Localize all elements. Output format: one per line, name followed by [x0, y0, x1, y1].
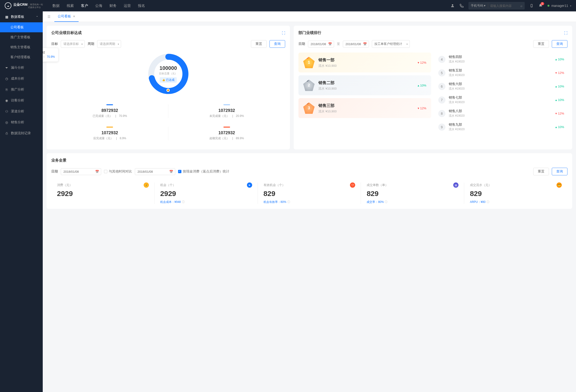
sidebar-icon: ⎙	[5, 131, 8, 135]
dashboard-icon: ▦	[5, 15, 8, 19]
topnav-item-5[interactable]: 运营	[124, 3, 131, 8]
goal-metric-0: 8972932已完成量（元） | 70.9%	[51, 100, 168, 122]
achieved-badge: 👍已达成	[160, 77, 177, 83]
tabs-bar: ☰ 公司看板 ✕	[43, 11, 576, 22]
svg-point-0	[452, 4, 453, 6]
overview-date2-input[interactable]: 2018/01/08📅	[135, 168, 175, 175]
person-icon[interactable]	[450, 3, 455, 8]
sidebar-sub-1[interactable]: 推广主管看板	[0, 32, 43, 42]
reset-button[interactable]: 重置	[251, 40, 267, 48]
goal-title: 公司业绩目标达成	[51, 30, 82, 35]
sidebar-sub-2[interactable]: 销售主管看板	[0, 42, 43, 52]
rank-row-5: 5销售五部流水 ¥19020▾ 12%	[435, 66, 568, 80]
rank-mode-select[interactable]: 按工单客户经理统计	[372, 40, 410, 48]
tab-company-dashboard[interactable]: 公司看板 ✕	[54, 11, 79, 22]
calendar-icon: 📅	[169, 170, 173, 173]
stat-icon: 🛡	[350, 182, 355, 188]
stat-icon: 💳	[556, 182, 562, 188]
phone-icon[interactable]	[460, 3, 464, 8]
sidebar-item-3[interactable]: ◉访客分析	[0, 95, 43, 106]
query-button[interactable]: 查询	[269, 40, 285, 48]
overview-stat-1: 机会（个）➤2929机会成本：¥948 ⓘ	[155, 182, 258, 204]
sidebar-icon: ⏷	[5, 66, 8, 70]
search-icon[interactable]: ⌕	[520, 4, 522, 8]
notification-badge: 5	[541, 2, 545, 5]
rank-top-3: 3销售三部流水 ¥10,900▾ 12%	[298, 98, 431, 118]
sidebar-sub-0[interactable]: 公司看板	[0, 22, 43, 32]
period-select[interactable]: 请选择周期	[97, 40, 121, 48]
sidebar-item-2[interactable]: ⎘推广分析	[0, 84, 43, 95]
calendar-icon: 📅	[328, 42, 332, 46]
sidebar-item-6[interactable]: ⎙数据流转记录	[0, 128, 43, 139]
user-menu[interactable]: manager11 ▾	[547, 4, 571, 8]
overview-stat-4: 成交流水（元）💳829ARPU：¥80 ⓘ	[464, 182, 568, 204]
help-icon[interactable]: ⓘ	[385, 200, 387, 204]
chevron-up-icon: ⌃	[36, 16, 38, 18]
status-dot	[547, 5, 549, 7]
topnav-item-2[interactable]: 客户	[81, 3, 88, 8]
sidebar-icon: ◎	[5, 121, 8, 124]
sidebar-icon: ◉	[5, 99, 8, 102]
notification-icon[interactable]: 5	[539, 3, 543, 8]
target-select[interactable]: 请选择目标	[61, 40, 85, 48]
stat-icon: ▤	[453, 182, 459, 188]
rank-row-8: 8销售八部流水 ¥19020▾ 12%	[435, 107, 568, 120]
cash-checkbox[interactable]: 按现金消费（返点后消费）统计	[178, 169, 229, 174]
topnav-item-6[interactable]: 报名	[138, 3, 145, 8]
mobile-icon[interactable]	[529, 3, 534, 8]
sidebar-item-5[interactable]: ◎销售分析	[0, 117, 43, 128]
gauge-chart: 100000 目标总量（元） 👍已达成	[147, 53, 190, 95]
cloud-icon: ☁	[5, 2, 11, 9]
reset-button[interactable]: 重置	[533, 168, 549, 175]
calendar-icon: 📅	[363, 42, 367, 46]
topnav-item-0[interactable]: 数据	[53, 3, 59, 8]
date-from-input[interactable]: 2018/01/08 📅	[308, 41, 334, 48]
sidebar-item-0[interactable]: ⏷漏斗分析	[0, 62, 43, 73]
topnav-item-3[interactable]: 公海	[95, 3, 102, 8]
help-icon[interactable]: ⓘ	[287, 200, 290, 204]
expand-icon[interactable]: ⛶	[282, 31, 285, 35]
reset-button[interactable]: 重置	[533, 40, 549, 48]
search-type-select[interactable]: 手机号码 ▾	[471, 3, 489, 8]
rank-top-1: 1销售一部流水 ¥10,900▾ 12%	[298, 53, 431, 72]
help-icon[interactable]: ⓘ	[182, 200, 185, 204]
medal-icon: 2	[303, 80, 315, 91]
stat-icon: ➤	[247, 182, 252, 188]
medal-icon: 3	[303, 102, 315, 114]
sidebar-item-4[interactable]: ⚇渠道分析	[0, 106, 43, 117]
sidebar-item-1[interactable]: ◷成本分析	[0, 73, 43, 84]
sidebar-icon: ⎘	[5, 88, 8, 91]
tabs-menu-icon[interactable]: ☰	[46, 15, 53, 19]
top-navigation: ☁ 云朵CRM|教育机构一站 式服务云平台 数据线索客户公海财务运营报名 手机号…	[0, 0, 576, 11]
expand-icon[interactable]: ⛶	[564, 31, 568, 35]
query-button[interactable]: 查询	[552, 168, 568, 175]
goal-metric-2: 1072932应完成量（元） | 8.9%	[51, 122, 168, 145]
date-to-input[interactable]: 2018/01/08 📅	[343, 41, 369, 48]
overview-stat-3: 成交单数（单）▤829成交率：80% ⓘ	[361, 182, 464, 204]
rank-row-9: 9销售九部流水 ¥19020▴ 10%	[435, 120, 568, 134]
overview-card: 业务全景 日期 2018/01/08📅 与其他时间对比 2018/01/08📅 …	[47, 153, 572, 209]
search-input[interactable]	[490, 4, 518, 8]
rank-card: 部门业绩排行 ⛶ 日期 2018/01/08 📅 至 2018/01/08 📅 …	[294, 26, 572, 150]
overview-date1-input[interactable]: 2018/01/08📅	[61, 168, 101, 175]
goal-card: 公司业绩目标达成 ⛶ 目标 请选择目标 周期 请选择周期 重置 查询	[47, 26, 290, 150]
sidebar-icon: ⚇	[5, 110, 8, 113]
close-icon[interactable]: ✕	[73, 15, 75, 18]
sidebar-sub-3[interactable]: 客户经理看板	[0, 52, 43, 62]
brand-logo: ☁ 云朵CRM|教育机构一站 式服务云平台	[5, 2, 43, 9]
rank-title: 部门业绩排行	[298, 30, 321, 35]
rank-row-4: 4销售四部流水 ¥19020▴ 10%	[435, 53, 568, 66]
topnav-item-4[interactable]: 财务	[110, 3, 116, 8]
topnav-item-1[interactable]: 线索	[67, 3, 74, 8]
sidebar-header-dashboard[interactable]: ▦ 数据看板 ⌃	[0, 11, 43, 22]
gauge-knob	[167, 89, 170, 92]
medal-icon: 1	[303, 57, 315, 68]
rank-row-6: 6销售六部流水 ¥19020▴ 10%	[435, 80, 568, 93]
sidebar-icon: ◷	[5, 77, 8, 81]
compare-checkbox[interactable]: 与其他时间对比	[104, 169, 132, 174]
overview-stat-0: 消费（元）💰2929	[51, 182, 155, 204]
search-box: 手机号码 ▾ ⌕	[468, 2, 525, 9]
help-icon[interactable]: ⓘ	[487, 200, 489, 204]
chevron-down-icon: ▾	[570, 4, 571, 7]
query-button[interactable]: 查询	[552, 40, 568, 48]
